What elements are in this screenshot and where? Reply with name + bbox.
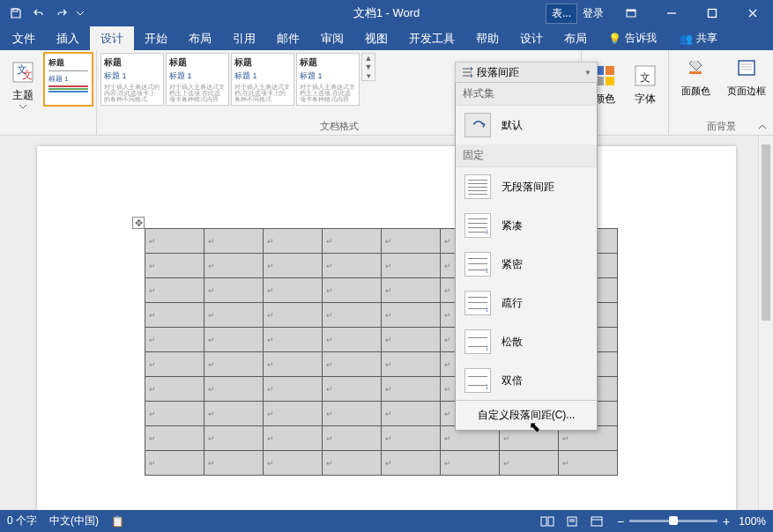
vertical-scrollbar[interactable] bbox=[758, 136, 773, 510]
lightbulb-icon: 💡 bbox=[608, 33, 621, 45]
page-borders-label: 页面边框 bbox=[724, 85, 769, 98]
tab-references[interactable]: 引用 bbox=[222, 26, 266, 50]
tab-file[interactable]: 文件 bbox=[2, 26, 46, 50]
spacing-loose[interactable]: ↓ 松散 bbox=[456, 322, 597, 361]
collapse-ribbon-button[interactable] bbox=[755, 121, 769, 133]
page-color-button[interactable] bbox=[673, 53, 718, 83]
tab-table-design[interactable]: 设计 bbox=[509, 26, 554, 50]
accessibility-icon[interactable]: 📋 bbox=[111, 515, 124, 528]
style-set-item[interactable]: 标题标题 1对于插入主表达式文档,在此选项卡上的各种不同格式 bbox=[231, 53, 294, 106]
share-icon: 👥 bbox=[680, 33, 693, 45]
spacing-default-icon bbox=[465, 113, 491, 137]
page-borders-button[interactable] bbox=[724, 53, 769, 83]
svg-rect-15 bbox=[739, 61, 754, 75]
gallery-scroll: ▲ ▼ ▾ bbox=[361, 53, 375, 81]
spacing-open-label: 疏行 bbox=[502, 296, 523, 311]
scrollbar-thumb[interactable] bbox=[762, 144, 770, 321]
qat-customize-button[interactable] bbox=[74, 4, 86, 23]
themes-button[interactable]: 文文 主题 bbox=[4, 53, 42, 115]
tab-start[interactable]: 开始 bbox=[134, 26, 178, 50]
themes-label: 主题 bbox=[12, 88, 33, 103]
spacing-custom[interactable]: 自定义段落间距(C)... bbox=[456, 400, 597, 430]
login-link[interactable]: 登录 bbox=[583, 6, 604, 21]
status-bar: 0 个字 中文(中国) 📋 − + 100% bbox=[0, 510, 773, 532]
tab-layout[interactable]: 布局 bbox=[178, 26, 222, 50]
style-set-item[interactable]: 标题标题 1对于插入主表达式文档主上选项,在此选项卡各种格式内容 bbox=[166, 53, 229, 106]
table-move-handle[interactable]: ✥ bbox=[132, 217, 145, 229]
share-button[interactable]: 👥共享 bbox=[667, 26, 730, 50]
border-icon bbox=[737, 60, 756, 76]
maximize-button[interactable] bbox=[692, 0, 732, 26]
svg-rect-4 bbox=[709, 10, 717, 18]
style-set-item[interactable]: 标题标题 1对于插入主表达式文档主上选项,在此选项卡各种格式内容 bbox=[296, 53, 360, 106]
save-button[interactable] bbox=[5, 4, 26, 23]
account-area: 表... 登录 bbox=[546, 4, 604, 24]
gallery-down-button[interactable]: ▼ bbox=[362, 63, 375, 71]
redo-button[interactable] bbox=[51, 4, 72, 23]
fonts-button[interactable]: 文 字体 bbox=[626, 53, 665, 115]
dropdown-section-fixed: 固定 bbox=[456, 144, 597, 167]
svg-rect-27 bbox=[591, 517, 602, 526]
spacing-tight[interactable]: ↓ 紧密 bbox=[456, 245, 597, 284]
window-title: 文档1 - Word bbox=[353, 5, 420, 21]
svg-rect-0 bbox=[13, 9, 18, 11]
word-count[interactable]: 0 个字 bbox=[7, 514, 37, 528]
svg-text:文: 文 bbox=[640, 71, 650, 84]
page: ✥ bbox=[37, 146, 736, 510]
share-label: 共享 bbox=[696, 31, 717, 46]
read-mode-button[interactable] bbox=[536, 513, 559, 530]
web-layout-button[interactable] bbox=[585, 513, 608, 530]
zoom-in-button[interactable]: + bbox=[723, 514, 730, 528]
ribbon-panel: 文文 主题 标题 标题 1 标题标题 1对于插入主表达式的内容,在此选项卡上的各… bbox=[0, 50, 773, 136]
style-set-item[interactable]: 标题标题 1对于插入主表达式的内容,在此选项卡上的各种不同格式 bbox=[100, 53, 164, 106]
spacing-compact[interactable]: ↓ 紧凑 bbox=[456, 206, 597, 245]
tab-insert[interactable]: 插入 bbox=[46, 26, 90, 50]
spacing-icon bbox=[461, 66, 473, 78]
spacing-open[interactable]: ↓ 疏行 bbox=[456, 284, 597, 322]
spacing-double-label: 双倍 bbox=[502, 373, 523, 388]
theme-preview-current[interactable]: 标题 标题 1 bbox=[44, 53, 93, 106]
fonts-icon: 文 bbox=[631, 62, 659, 90]
tab-view[interactable]: 视图 bbox=[354, 26, 398, 50]
spacing-default[interactable]: 默认 bbox=[456, 106, 597, 144]
document-area: ✥ bbox=[0, 136, 773, 510]
tab-table-layout[interactable]: 布局 bbox=[554, 26, 598, 50]
minimize-button[interactable] bbox=[651, 0, 692, 26]
spacing-none[interactable]: 无段落间距 bbox=[456, 167, 597, 206]
svg-text:文: 文 bbox=[22, 69, 33, 81]
tab-design[interactable]: 设计 bbox=[90, 26, 134, 50]
gallery-up-button[interactable]: ▲ bbox=[362, 54, 375, 63]
spacing-none-label: 无段落间距 bbox=[502, 180, 554, 195]
tab-review[interactable]: 审阅 bbox=[310, 26, 354, 50]
fonts-label: 字体 bbox=[635, 92, 656, 107]
tab-mailings[interactable]: 邮件 bbox=[266, 26, 310, 50]
gallery-more-button[interactable]: ▾ bbox=[362, 71, 375, 80]
undo-button[interactable] bbox=[28, 4, 49, 23]
bucket-icon bbox=[686, 60, 705, 76]
context-label: 表... bbox=[546, 4, 577, 24]
svg-rect-2 bbox=[627, 10, 635, 11]
zoom-control: − + 100% bbox=[617, 514, 766, 528]
spacing-compact-label: 紧凑 bbox=[502, 218, 523, 233]
zoom-out-button[interactable]: − bbox=[617, 514, 624, 528]
spacing-tight-label: 紧密 bbox=[502, 257, 523, 272]
zoom-level[interactable]: 100% bbox=[739, 515, 766, 528]
paragraph-spacing-button[interactable]: 段落间距 ▼ bbox=[455, 62, 598, 83]
tab-developer[interactable]: 开发工具 bbox=[398, 26, 465, 50]
spacing-default-label: 默认 bbox=[502, 118, 523, 133]
zoom-slider[interactable] bbox=[629, 520, 717, 522]
svg-rect-9 bbox=[606, 66, 614, 75]
themes-icon: 文文 bbox=[9, 58, 37, 86]
dropdown-section-styleset: 样式集 bbox=[456, 83, 597, 106]
print-layout-button[interactable] bbox=[561, 513, 583, 530]
ribbon-tab-strip: 文件 插入 设计 开始 布局 引用 邮件 审阅 视图 开发工具 帮助 设计 布局… bbox=[0, 26, 773, 50]
svg-rect-14 bbox=[689, 71, 702, 74]
spacing-loose-icon: ↓ bbox=[465, 329, 491, 354]
spacing-double[interactable]: ↓ 双倍 bbox=[456, 361, 597, 400]
language-status[interactable]: 中文(中国) bbox=[49, 514, 99, 528]
tab-tellme[interactable]: 💡告诉我 bbox=[598, 26, 667, 50]
tab-help[interactable]: 帮助 bbox=[465, 26, 509, 50]
close-button[interactable] bbox=[732, 0, 773, 26]
svg-rect-23 bbox=[548, 517, 554, 526]
ribbon-display-button[interactable] bbox=[611, 0, 651, 26]
